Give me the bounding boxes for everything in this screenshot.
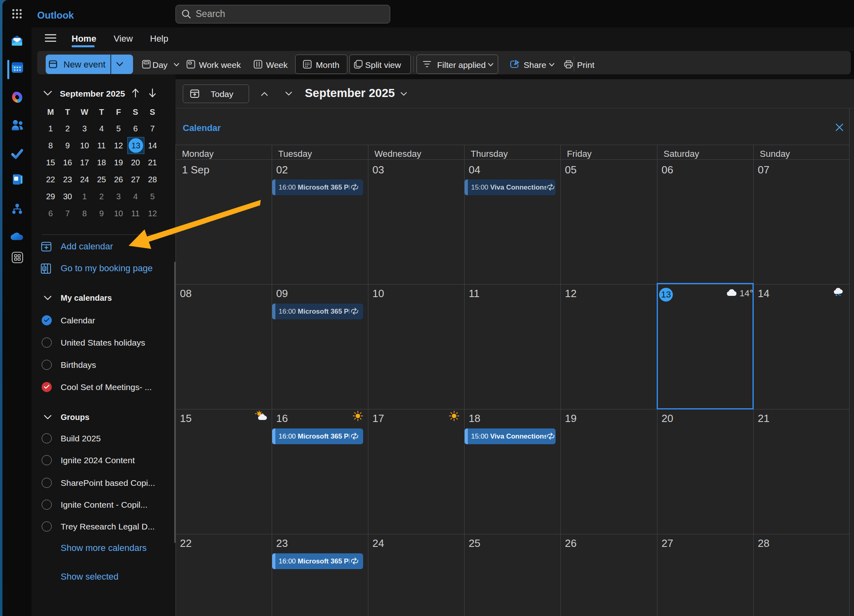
svg-text:B: B (43, 266, 46, 271)
